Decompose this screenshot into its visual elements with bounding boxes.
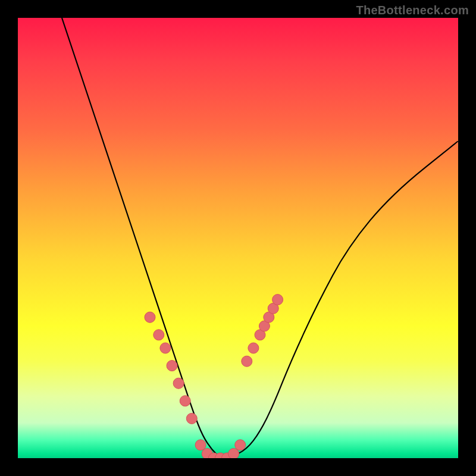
data-marker xyxy=(228,449,239,458)
data-marker xyxy=(273,295,283,305)
plot-area xyxy=(18,18,458,458)
data-marker xyxy=(242,356,252,367)
data-marker xyxy=(167,361,177,371)
data-marker xyxy=(186,413,197,424)
curve-svg xyxy=(18,18,458,458)
bottleneck-curve-path xyxy=(62,18,458,458)
data-marker xyxy=(145,312,155,322)
data-markers xyxy=(145,295,283,458)
data-marker xyxy=(248,343,259,353)
watermark-text: TheBottleneck.com xyxy=(356,4,469,17)
data-marker xyxy=(154,330,164,340)
data-marker xyxy=(195,440,206,450)
data-marker xyxy=(235,440,246,450)
data-marker xyxy=(180,396,190,406)
data-marker xyxy=(173,378,184,389)
data-marker xyxy=(160,343,171,353)
chart-frame: TheBottleneck.com xyxy=(0,0,476,476)
